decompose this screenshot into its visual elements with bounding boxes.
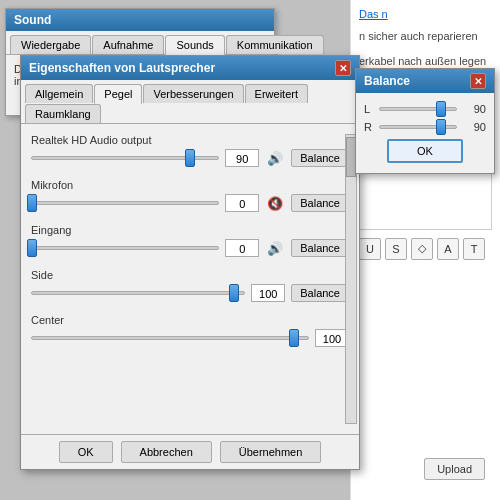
channel-side-controls: 100 Balance — [31, 284, 349, 302]
side-slider-thumb[interactable] — [229, 284, 239, 302]
balance-title: Balance — [364, 74, 410, 88]
balance-row-l: L 90 — [364, 103, 486, 115]
tab-pegel[interactable]: Pegel — [94, 84, 142, 104]
balance-ok-button[interactable]: OK — [387, 139, 463, 163]
diamond-icon-button[interactable]: ◇ — [411, 238, 433, 260]
balance-label-l: L — [364, 103, 374, 115]
underline-button[interactable]: U — [359, 238, 381, 260]
side-balance-button[interactable]: Balance — [291, 284, 349, 302]
cancel-button[interactable]: Abbrechen — [121, 441, 212, 463]
channel-side-label: Side — [31, 269, 349, 281]
mikrofon-slider-track[interactable] — [31, 201, 219, 205]
props-title: Eigenschaften von Lautsprecher — [29, 61, 215, 75]
channel-eingang-controls: 0 🔊 Balance — [31, 239, 349, 257]
tab-verbesserungen[interactable]: Verbesserungen — [143, 84, 243, 103]
realtek-slider-thumb[interactable] — [185, 149, 195, 167]
channel-mikrofon-controls: 0 🔇 Balance — [31, 194, 349, 212]
eingang-balance-button[interactable]: Balance — [291, 239, 349, 257]
balance-slider-l-track[interactable] — [379, 107, 457, 111]
sound-titlebar: Sound — [6, 9, 274, 31]
center-slider-track[interactable] — [31, 336, 309, 340]
channel-eingang-label: Eingang — [31, 224, 349, 236]
apply-button[interactable]: Übernehmen — [220, 441, 322, 463]
balance-value-r: 90 — [462, 121, 486, 133]
font-color-button[interactable]: A — [437, 238, 459, 260]
balance-close-button[interactable]: ✕ — [470, 73, 486, 89]
channel-realtek: Realtek HD Audio output 90 🔊 Balance — [31, 134, 349, 167]
props-body: Realtek HD Audio output 90 🔊 Balance Mik… — [21, 124, 359, 434]
channel-realtek-controls: 90 🔊 Balance — [31, 149, 349, 167]
eingang-slider-track[interactable] — [31, 246, 219, 250]
tab-kommunikation[interactable]: Kommunikation — [226, 35, 324, 54]
realtek-value[interactable]: 90 — [225, 149, 259, 167]
text-button[interactable]: T — [463, 238, 485, 260]
props-titlebar: Eigenschaften von Lautsprecher ✕ — [21, 56, 359, 80]
side-value[interactable]: 100 — [251, 284, 285, 302]
panel-link[interactable]: Das n — [359, 8, 492, 20]
realtek-balance-button[interactable]: Balance — [291, 149, 349, 167]
props-footer: OK Abbrechen Übernehmen — [21, 434, 359, 469]
balance-window: Balance ✕ L 90 R 90 OK — [355, 68, 495, 174]
strikethrough-button[interactable]: S — [385, 238, 407, 260]
ok-button[interactable]: OK — [59, 441, 113, 463]
realtek-slider-track[interactable] — [31, 156, 219, 160]
balance-slider-r-thumb[interactable] — [436, 119, 446, 135]
channel-side: Side 100 Balance — [31, 269, 349, 302]
balance-row-r: R 90 — [364, 121, 486, 133]
channel-realtek-label: Realtek HD Audio output — [31, 134, 349, 146]
upload-button[interactable]: Upload — [424, 458, 485, 480]
balance-label-r: R — [364, 121, 374, 133]
side-slider-track[interactable] — [31, 291, 245, 295]
close-button[interactable]: ✕ — [335, 60, 351, 76]
channel-mikrofon: Mikrofon 0 🔇 Balance — [31, 179, 349, 212]
mikrofon-slider-thumb[interactable] — [27, 194, 37, 212]
scrollbar[interactable] — [345, 134, 357, 424]
tab-aufnahme[interactable]: Aufnahme — [92, 35, 164, 54]
center-value[interactable]: 100 — [315, 329, 349, 347]
tab-erweitert[interactable]: Erweitert — [245, 84, 308, 103]
panel-text-1: n sicher auch reparieren — [359, 28, 492, 45]
realtek-speaker-icon[interactable]: 🔊 — [265, 149, 285, 167]
center-slider-thumb[interactable] — [289, 329, 299, 347]
eingang-value[interactable]: 0 — [225, 239, 259, 257]
props-tabs: Allgemein Pegel Verbesserungen Erweitert… — [21, 80, 359, 124]
balance-slider-l-thumb[interactable] — [436, 101, 446, 117]
properties-window: Eigenschaften von Lautsprecher ✕ Allgeme… — [20, 55, 360, 470]
tab-wiedergabe[interactable]: Wiedergabe — [10, 35, 91, 54]
sound-tabs: Wiedergabe Aufnahme Sounds Kommunikation — [6, 31, 274, 55]
balance-body: L 90 R 90 OK — [356, 93, 494, 173]
formatting-toolbar: U S ◇ A T — [359, 238, 492, 260]
eingang-slider-thumb[interactable] — [27, 239, 37, 257]
channel-center: Center 100 — [31, 314, 349, 347]
mikrofon-speaker-icon[interactable]: 🔇 — [265, 194, 285, 212]
mikrofon-value[interactable]: 0 — [225, 194, 259, 212]
tab-sounds[interactable]: Sounds — [165, 35, 224, 55]
sound-title: Sound — [14, 13, 51, 27]
panel-text-2: erkabel nach außen legen — [359, 53, 492, 70]
tab-allgemein[interactable]: Allgemein — [25, 84, 93, 103]
channel-mikrofon-label: Mikrofon — [31, 179, 349, 191]
channel-center-label: Center — [31, 314, 349, 326]
balance-slider-r-track[interactable] — [379, 125, 457, 129]
eingang-speaker-icon[interactable]: 🔊 — [265, 239, 285, 257]
channel-center-controls: 100 — [31, 329, 349, 347]
channel-eingang: Eingang 0 🔊 Balance — [31, 224, 349, 257]
tab-raumklang[interactable]: Raumklang — [25, 104, 101, 123]
balance-value-l: 90 — [462, 103, 486, 115]
balance-titlebar: Balance ✕ — [356, 69, 494, 93]
mikrofon-balance-button[interactable]: Balance — [291, 194, 349, 212]
